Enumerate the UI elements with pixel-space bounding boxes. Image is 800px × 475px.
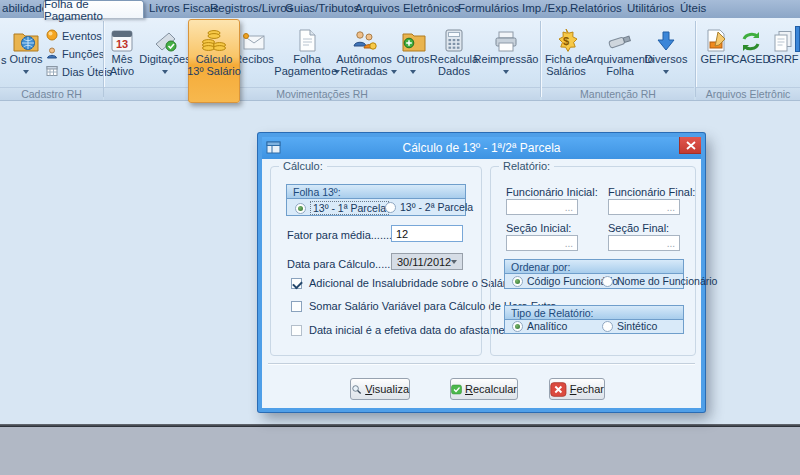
coins-icon — [200, 20, 228, 53]
button-label: GRRF — [767, 53, 798, 65]
button-label: Recalcular — [465, 383, 517, 395]
svg-text:$: $ — [563, 35, 569, 47]
ribbon-button-autonomos-retiradas[interactable]: Autônomos e Retiradas — [335, 20, 393, 86]
radio-indicator — [385, 202, 396, 213]
red-x-icon — [550, 380, 567, 399]
ribbon-button-digitacoes[interactable]: Digitações — [141, 20, 189, 86]
button-label: Salários — [546, 65, 586, 77]
secao-inicial-label: Seção Inicial: — [506, 222, 571, 234]
ribbon-button-ficha-de-salarios[interactable]: $ Ficha de Salários — [543, 20, 589, 86]
tab-folha-de-pagamento[interactable]: Folha de Pagamento — [43, 0, 144, 18]
ribbon-group-label-cadastro-rh: Cadastro RH — [0, 87, 103, 100]
partial-button-icon[interactable] — [795, 26, 800, 52]
ribbon-button-gefip[interactable]: GEFIP — [700, 20, 734, 86]
dollar-coin-icon: $ — [554, 20, 578, 53]
tab-utilitarios[interactable]: Utilitários — [627, 2, 674, 14]
button-label: GEFIP — [700, 53, 733, 65]
fechar-button[interactable]: Fechar — [549, 378, 605, 400]
data-calculo-value: 30/11/2012 — [397, 256, 451, 268]
funcionario-final-label: Funcionário Final: — [608, 186, 695, 198]
down-arrow-icon — [656, 20, 676, 53]
ribbon-button-grrf[interactable]: GRRF — [768, 20, 798, 86]
tab-guias-tributos[interactable]: Guias/Tributos — [285, 2, 359, 14]
eventos-icon — [46, 29, 58, 43]
button-label: Eventos — [62, 30, 102, 42]
ribbon-button-funcoes[interactable]: Funções — [46, 46, 104, 62]
secao-inicial-combo[interactable]: ... — [506, 235, 578, 251]
ribbon-button-eventos[interactable]: Eventos — [46, 28, 102, 44]
two-people-icon — [350, 20, 378, 53]
button-label: Funções — [62, 48, 104, 60]
checkbox-indicator — [291, 301, 302, 312]
button-label: 13º Salário — [187, 65, 241, 77]
data-calculo-dropdown[interactable]: 30/11/2012 — [391, 253, 463, 270]
ribbon-button-folha-pagamento[interactable]: Folha Pagamento — [281, 20, 333, 86]
tab-uteis[interactable]: Úteis — [680, 2, 706, 14]
ribbon-button-outros-movimentacoes[interactable]: Outros — [395, 20, 431, 86]
secao-final-combo[interactable]: ... — [608, 235, 680, 251]
button-label: Cálculo — [196, 53, 233, 65]
radio-indicator — [602, 276, 613, 287]
document-icon — [296, 20, 318, 53]
dropdown-caret-icon — [23, 70, 29, 74]
group-separator — [540, 21, 542, 97]
button-label: Outros — [9, 53, 42, 65]
dropdown-caret-icon — [162, 70, 168, 74]
ribbon-button-arquivamento-folha[interactable]: Arquivamento Folha — [587, 20, 653, 86]
tab-contabilidade-partial[interactable]: abilidade — [2, 2, 48, 14]
radio-13-segunda-parcela[interactable]: 13º - 2ª Parcela — [385, 201, 473, 213]
ribbon-button-caged[interactable]: CAGED — [734, 20, 768, 86]
ribbon-button-calculo-13-salario[interactable]: Cálculo 13º Salário — [188, 19, 240, 103]
calendar-icon: 13 — [110, 20, 134, 53]
button-label: Recibos — [234, 53, 274, 65]
button-label: Folha — [606, 65, 634, 77]
radio-sintetico[interactable]: Sintético — [602, 320, 657, 332]
recalcular-button[interactable]: Recalcular — [450, 378, 518, 400]
green-check-icon — [451, 380, 462, 399]
data-calculo-label: Data para Cálculo........: — [287, 258, 403, 270]
button-label: Folha — [293, 53, 321, 65]
radio-analitico[interactable]: Analítico — [512, 320, 567, 332]
ellipsis-glyph: ... — [565, 238, 573, 249]
tab-formularios[interactable]: Formulários — [458, 2, 519, 14]
radio-nome-funcionario[interactable]: Nome do Funcionário — [602, 275, 717, 287]
radio-label: 13º - 2ª Parcela — [400, 201, 473, 213]
radio-indicator — [512, 276, 523, 287]
ribbon-button-diversos[interactable]: Diversos — [645, 20, 687, 86]
group-calculo-legend: Cálculo: — [279, 160, 327, 172]
ribbon-button-recalcula-dados[interactable]: Recalcula Dados — [431, 20, 477, 86]
document-pencil-icon — [705, 20, 729, 53]
funcionario-final-combo[interactable]: ... — [608, 199, 680, 215]
dialog-calculo-13: Cálculo de 13º - 1ª/2ª Parcela Cálculo: … — [258, 133, 705, 412]
tab-livros-fiscais[interactable]: Livros Fiscais — [149, 2, 219, 14]
button-label: Recalcula — [430, 53, 478, 65]
dialog-title: Cálculo de 13º - 1ª/2ª Parcela — [402, 141, 560, 155]
ribbon: s Outros Eventos Funções Dias Úteis — [0, 18, 800, 101]
tab-registros-livros[interactable]: Registros/Livros — [210, 2, 292, 14]
group-calculo: Cálculo: Folha 13º: 13º - 1ª Parcela 13º… — [270, 166, 482, 356]
panel-folha-13-header: Folha 13º: — [287, 185, 465, 199]
radio-indicator — [602, 321, 613, 332]
close-button[interactable] — [679, 137, 701, 154]
tab-imp-exp[interactable]: Imp./Exp. — [522, 2, 571, 14]
ribbon-button-reimpressao[interactable]: Reimpressão — [477, 20, 535, 86]
button-label: e Retiradas — [331, 65, 387, 77]
ribbon-group-label-manutencao-rh: Manutenção RH — [542, 87, 694, 100]
ribbon-button-mes-ativo[interactable]: 13 Mês Ativo — [104, 20, 140, 86]
visualiza-button[interactable]: Visualiza — [350, 378, 410, 400]
tab-arquivos-eletronicos[interactable]: Arquivos Eletrônicos — [355, 2, 460, 14]
button-label: Dados — [438, 65, 470, 77]
ribbon-button-outros-cadastro[interactable]: Outros — [6, 20, 46, 86]
radio-13-primeira-parcela[interactable]: 13º - 1ª Parcela — [295, 201, 389, 215]
secao-final-label: Seção Final: — [608, 222, 669, 234]
group-relatorio: Relatório: Funcionário Inicial: Funcioná… — [490, 166, 696, 356]
group-separator — [695, 21, 697, 97]
envelope-icon — [241, 20, 267, 53]
checkbox-data-inicial-afastamento[interactable]: Data inicial é a efetiva data do afastam… — [291, 324, 520, 336]
fator-input[interactable] — [391, 225, 463, 242]
usb-drive-icon — [606, 20, 634, 53]
tab-relatorios[interactable]: Relatórios — [570, 2, 622, 14]
funcionario-inicial-combo[interactable]: ... — [506, 199, 578, 215]
checkbox-label: Data inicial é a efetiva data do afastam… — [309, 324, 520, 336]
button-label: Diversos — [645, 53, 688, 65]
